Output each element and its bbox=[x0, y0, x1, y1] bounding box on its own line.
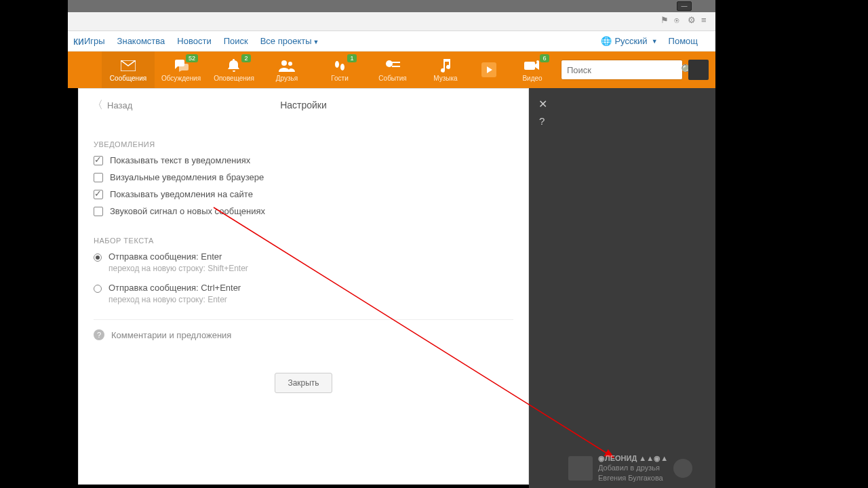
nav-events[interactable]: События bbox=[366, 52, 419, 88]
language-selector[interactable]: 🌐 Русский ▼ bbox=[601, 36, 657, 46]
svg-point-2 bbox=[335, 61, 339, 68]
nav-music[interactable]: Музыка bbox=[419, 52, 472, 88]
site-top-nav: ки Игры Знакомства Новости Поиск Все про… bbox=[68, 31, 715, 52]
checkbox-icon[interactable] bbox=[94, 207, 103, 216]
extension-icon[interactable]: ⚙ bbox=[688, 15, 697, 24]
nav-link-label: Все проекты bbox=[260, 36, 312, 46]
feed-target: Евгения Булгакова bbox=[598, 473, 668, 483]
badge: 1 bbox=[347, 54, 357, 62]
friends-icon bbox=[279, 58, 295, 73]
panel-title: Настройки bbox=[280, 100, 327, 110]
feed-target-avatar bbox=[673, 459, 692, 478]
help-icon[interactable]: ? bbox=[539, 115, 545, 127]
question-icon: ? bbox=[94, 329, 104, 340]
search-box[interactable]: 🔍 bbox=[561, 60, 683, 80]
video-icon bbox=[524, 58, 540, 73]
music-icon bbox=[439, 58, 452, 73]
back-label: Назад bbox=[107, 100, 132, 110]
radio-icon[interactable] bbox=[94, 253, 102, 262]
language-label: Русский bbox=[614, 36, 647, 46]
option-label: Показывать уведомления на сайте bbox=[110, 189, 253, 199]
envelope-icon bbox=[121, 58, 136, 73]
section-notifications-title: УВЕДОМЛЕНИЯ bbox=[94, 140, 513, 148]
svg-point-3 bbox=[340, 64, 344, 70]
nav-link-search[interactable]: Поиск bbox=[224, 36, 248, 46]
svg-point-4 bbox=[386, 60, 393, 67]
option-label: Визуальные уведомления в браузере bbox=[110, 172, 264, 182]
option-sublabel: переход на новую строку: Enter bbox=[108, 295, 241, 304]
play-icon bbox=[481, 62, 496, 77]
nav-label: Видео bbox=[522, 75, 542, 82]
nav-play[interactable] bbox=[472, 52, 506, 88]
option-browser-notif[interactable]: Визуальные уведомления в браузере bbox=[94, 172, 513, 182]
activity-feed-item[interactable]: ◉ЛЕОНИД ▲▲◉▲ Добавил в друзья Евгения Бу… bbox=[568, 453, 711, 483]
footprints-icon bbox=[333, 58, 347, 73]
nav-label: Оповещения bbox=[214, 75, 254, 82]
option-site-notif[interactable]: Показывать уведомления на сайте bbox=[94, 189, 513, 199]
user-avatar[interactable] bbox=[688, 60, 709, 80]
option-label: Звуковой сигнал о новых сообщениях bbox=[110, 206, 265, 216]
browser-toolbar bbox=[68, 12, 715, 31]
bell-icon bbox=[228, 58, 240, 73]
option-sound[interactable]: Звуковой сигнал о новых сообщениях bbox=[94, 206, 513, 216]
overlay-backdrop: ✕ ? bbox=[529, 88, 715, 488]
radio-icon[interactable] bbox=[94, 285, 102, 293]
option-send-enter[interactable]: Отправка сообщения: Enter переход на нов… bbox=[94, 251, 513, 273]
close-button[interactable]: Закрыть bbox=[275, 373, 332, 393]
badge: 6 bbox=[540, 54, 549, 62]
option-show-text[interactable]: Показывать текст в уведомлениях bbox=[94, 155, 513, 165]
nav-link-dating[interactable]: Знакомства bbox=[117, 36, 165, 46]
svg-point-7 bbox=[536, 60, 539, 63]
chevron-down-icon: ▼ bbox=[313, 39, 319, 45]
settings-panel: 〈 Назад Настройки УВЕДОМЛЕНИЯ Показывать… bbox=[78, 88, 529, 485]
nav-link-games[interactable]: Игры bbox=[84, 36, 105, 46]
nav-guests[interactable]: 1 Гости bbox=[313, 52, 366, 88]
svg-point-1 bbox=[288, 62, 292, 66]
svg-point-0 bbox=[281, 60, 287, 66]
search-input[interactable] bbox=[567, 65, 681, 75]
option-label: Показывать текст в уведомлениях bbox=[110, 155, 250, 165]
nav-messages[interactable]: Сообщения bbox=[102, 52, 155, 88]
nav-label: Музыка bbox=[433, 75, 457, 82]
menu-icon[interactable]: ≡ bbox=[701, 15, 711, 24]
chevron-down-icon: ▼ bbox=[652, 38, 658, 45]
browser-extension-icons: ⚑ ⍟ ⚙ ≡ bbox=[660, 15, 711, 24]
badge: 2 bbox=[241, 54, 251, 62]
option-label: Отправка сообщения: Enter bbox=[108, 251, 248, 262]
checkbox-icon[interactable] bbox=[94, 190, 103, 199]
events-icon bbox=[385, 58, 400, 73]
option-label: Отправка сообщения: Ctrl+Enter bbox=[108, 283, 241, 293]
nav-label: События bbox=[378, 75, 406, 82]
feedback-label: Комментарии и предложения bbox=[111, 330, 231, 340]
feed-user-name: ◉ЛЕОНИД ▲▲◉▲ bbox=[598, 453, 668, 463]
option-send-ctrl-enter[interactable]: Отправка сообщения: Ctrl+Enter переход н… bbox=[94, 283, 513, 304]
close-icon[interactable]: ✕ bbox=[538, 98, 547, 110]
nav-discussions[interactable]: 52 Обсуждения bbox=[155, 52, 208, 88]
nav-link-truncated[interactable]: ки bbox=[73, 35, 84, 47]
window-minimize-button[interactable]: — bbox=[677, 1, 692, 11]
nav-friends[interactable]: Друзья bbox=[260, 52, 313, 88]
back-button[interactable]: 〈 Назад bbox=[92, 98, 132, 113]
divider bbox=[94, 319, 513, 320]
nav-label: Друзья bbox=[276, 75, 298, 82]
badge: 52 bbox=[186, 54, 198, 62]
checkbox-icon[interactable] bbox=[94, 156, 103, 165]
chevron-left-icon: 〈 bbox=[92, 98, 103, 113]
nav-label: Сообщения bbox=[110, 75, 146, 82]
browser-titlebar bbox=[68, 0, 715, 12]
nav-video[interactable]: 6 Видео bbox=[506, 52, 559, 88]
nav-label: Обсуждения bbox=[161, 75, 201, 82]
extension-icon[interactable]: ⚑ bbox=[660, 15, 670, 24]
feedback-link[interactable]: ? Комментарии и предложения bbox=[94, 329, 513, 340]
option-sublabel: переход на новую строку: Shift+Enter bbox=[108, 264, 248, 273]
nav-link-all-projects[interactable]: Все проекты▼ bbox=[260, 36, 319, 46]
globe-icon: 🌐 bbox=[601, 36, 612, 46]
nav-link-news[interactable]: Новости bbox=[177, 36, 211, 46]
feed-text: ◉ЛЕОНИД ▲▲◉▲ Добавил в друзья Евгения Бу… bbox=[598, 453, 668, 483]
nav-link-help[interactable]: Помощ bbox=[669, 36, 698, 46]
feed-avatar bbox=[568, 456, 593, 481]
extension-icon[interactable]: ⍟ bbox=[674, 15, 684, 24]
nav-alerts[interactable]: 2 Оповещения bbox=[208, 52, 260, 88]
checkbox-icon[interactable] bbox=[94, 173, 103, 182]
feed-action: Добавил в друзья bbox=[598, 463, 668, 472]
